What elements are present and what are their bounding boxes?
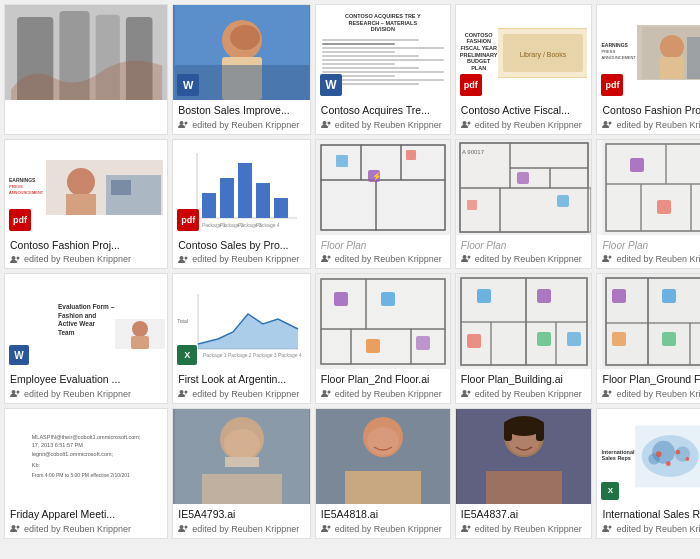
svg-text:Package 2: Package 2 [228,352,252,358]
card-meta-text: edited by Reuben Krippner [192,254,299,264]
card-meta-text: edited by Reuben Krippner [475,524,582,534]
svg-point-18 [327,122,330,125]
svg-point-95 [17,391,20,394]
card-portrait-woman-1[interactable]: IE5A4818.ai edited by Reuben Krippner [315,408,451,539]
card-email[interactable]: MLASPIN@their@cobolt1.ommicrosoft.com; 1… [4,408,168,539]
svg-point-188 [604,525,608,529]
svg-rect-9 [97,45,131,95]
card-title: Floor Plan [461,239,587,252]
card-info [5,100,167,134]
card-info-acquires: Contoso Acquires Tre... edited by Reuben… [316,100,450,134]
card-meta: edited by Reuben Krippner [321,524,445,534]
card-contoso-acquires[interactable]: CONTOSO ACQUIRES TRE YRESEARCH – MATERIA… [315,4,451,135]
card-floorplan-1[interactable]: ⚡ Floor Plan edited by Reuben Krippner [315,139,451,270]
people-icon [602,524,613,533]
svg-rect-144 [612,289,626,303]
card-portrait-woman-2[interactable]: IE5A4837.ai edited by Reuben Krippner [455,408,593,539]
people-icon [10,389,21,398]
document-grid: W Boston Sales Improve... edited by Reub… [0,0,700,543]
svg-point-23 [467,122,470,125]
card-floor-2nd[interactable]: Floor Plan_2nd Floor.ai edited by Reuben… [315,273,451,404]
card-employee-eval[interactable]: Evaluation Form –Fashion andActive WearT… [4,273,168,404]
card-floorplan-2[interactable]: A 90017 Floor Plan edited by Reuben Krip… [455,139,593,270]
card-contoso-fashion-proj[interactable]: EARNINGSPRESS ANNOUNCEMENT pdf W Contoso… [596,4,700,135]
people-icon [10,524,21,533]
svg-point-103 [180,390,184,394]
card-meta-text: edited by Reuben Krippner [475,389,582,399]
thumbnail-intl-sales: International Sales Reps Region A [597,409,700,504]
svg-rect-42 [238,163,252,218]
thumbnail-argentina: Total Package 1 Package 2 Package 3 Pack… [173,274,310,369]
thumbnail-clothing [5,5,167,100]
svg-point-8 [99,20,129,50]
svg-point-63 [327,256,330,259]
svg-rect-85 [630,158,644,172]
card-title: Contoso Active Fiscal... [461,104,587,118]
svg-point-22 [462,121,466,125]
svg-point-177 [462,525,466,529]
thumbnail-fashion-proj-2: EARNINGSPRESS ANNOUNCEMENT pdf [5,140,167,235]
svg-rect-6 [124,9,139,95]
svg-point-16 [185,122,188,125]
people-icon [178,389,189,398]
svg-point-62 [322,255,326,259]
card-meta: edited by Reuben Krippner [602,389,700,399]
card-meta-text: edited by Reuben Krippner [616,254,700,264]
svg-point-90 [609,256,612,259]
svg-point-185 [675,450,680,455]
card-contoso-fiscal[interactable]: CONTOSO FASHIONFISCAL YEARPRELIMINARYBUD… [455,4,593,135]
svg-point-25 [660,35,684,59]
card-info-fashion-proj: Contoso Fashion Proj... edited by Reuben… [597,100,700,134]
thumbnail-floorplan-2: A 90017 [456,140,592,235]
card-argentina[interactable]: Total Package 1 Package 2 Package 3 Pack… [172,273,311,404]
thumbnail-eval: Evaluation Form –Fashion andActive WearT… [5,274,167,369]
card-clothing[interactable] [4,4,168,135]
svg-text:Package 4: Package 4 [256,222,280,228]
svg-rect-26 [660,57,684,79]
card-title: Contoso Acquires Tre... [321,104,445,118]
svg-point-29 [609,122,612,125]
card-portrait-man[interactable]: IE5A4793.ai edited by Reuben Krippner [172,408,311,539]
svg-point-94 [12,390,16,394]
card-meta-text: edited by Reuben Krippner [24,524,131,534]
svg-rect-132 [567,332,581,346]
card-meta: edited by Reuben Krippner [602,254,700,264]
card-floor-ground[interactable]: Floor Plan_Ground Fl... edited by Reuben… [596,273,700,404]
thumbnail-email: MLASPIN@their@cobolt1.ommicrosoft.com; 1… [5,409,167,504]
card-meta: edited by Reuben Krippner [461,389,587,399]
card-floor-building[interactable]: Floor Plan_Building.ai edited by Reuben … [455,273,593,404]
card-info-floor-2nd: Floor Plan_2nd Floor.ai edited by Reuben… [316,369,450,403]
card-intl-sales[interactable]: International Sales Reps Region A [596,408,700,539]
people-icon [10,255,21,264]
card-info-email: Friday Apparel Meeti... edited by Reuben… [5,504,167,538]
svg-point-161 [185,526,188,529]
card-title: Boston Sales Improve... [178,104,305,118]
svg-rect-43 [256,183,270,218]
card-info-intl-sales: International Sales R... edited by Reube… [597,504,700,538]
card-meta: edited by Reuben Krippner [321,389,445,399]
card-info-argentina: First Look at Argentin... edited by Reub… [173,369,310,403]
thumbnail-boston: W [173,5,310,100]
card-fashion-proj-2[interactable]: EARNINGSPRESS ANNOUNCEMENT pdf Contoso F… [4,139,168,270]
svg-point-168 [327,526,330,529]
card-floorplan-3[interactable]: Floor Plan edited by Reuben Krippner [596,139,700,270]
card-info-floorplan-3: Floor Plan edited by Reuben Krippner [597,235,700,269]
card-meta-text: edited by Reuben Krippner [192,524,299,534]
card-info-floor-ground: Floor Plan_Ground Fl... edited by Reuben… [597,369,700,403]
svg-point-89 [604,255,608,259]
card-title: Contoso Fashion Proj... [602,104,700,118]
svg-rect-105 [316,274,450,369]
card-boston-sales[interactable]: W Boston Sales Improve... edited by Reub… [172,4,311,135]
svg-rect-44 [274,198,288,218]
svg-rect-78 [602,140,700,235]
thumbnail-floorplan-1: ⚡ [316,140,450,235]
svg-point-153 [17,526,20,529]
card-meta-text: edited by Reuben Krippner [24,254,131,264]
card-title: Floor Plan_2nd Floor.ai [321,373,445,387]
svg-rect-1 [27,10,45,95]
svg-rect-175 [504,421,512,441]
svg-point-187 [665,461,670,466]
people-icon [321,524,332,533]
card-sales-by-pro[interactable]: Package 1 Package 2 Package 3 Package 4 … [172,139,311,270]
people-icon [461,389,472,398]
